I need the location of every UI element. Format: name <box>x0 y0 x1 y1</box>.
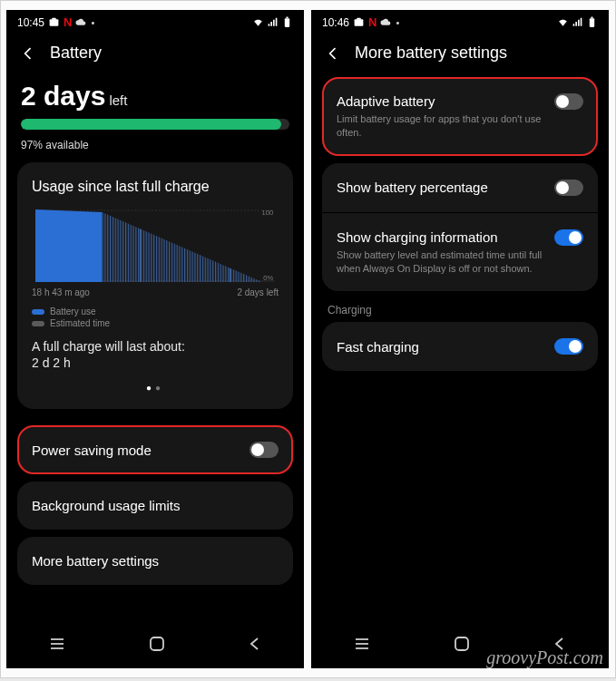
battery-usage-chart: 100 0% <box>35 209 275 282</box>
signal-icon <box>572 16 583 28</box>
svg-rect-15 <box>355 19 364 26</box>
recents-button[interactable] <box>48 637 66 654</box>
days-suffix: left <box>109 92 127 108</box>
chart-x-right: 2 days left <box>237 287 279 297</box>
status-time: 10:45 <box>17 16 44 29</box>
battery-available-text: 97% available <box>17 135 293 162</box>
svg-rect-14 <box>151 637 163 650</box>
svg-text:100: 100 <box>262 209 274 217</box>
svg-rect-16 <box>357 18 360 20</box>
back-button[interactable] <box>248 637 262 655</box>
show-battery-percentage-toggle[interactable] <box>554 180 583 196</box>
netflix-icon: N <box>368 15 376 29</box>
back-icon[interactable] <box>324 44 342 63</box>
power-saving-mode-label: Power saving mode <box>32 443 152 458</box>
home-button[interactable] <box>454 636 470 656</box>
usage-card-title: Usage since last full charge <box>32 179 279 195</box>
show-charging-info-row[interactable]: Show charging information Show battery l… <box>322 213 598 292</box>
page-title: More battery settings <box>355 44 507 63</box>
svg-rect-18 <box>591 17 592 19</box>
svg-marker-10 <box>103 212 262 282</box>
more-battery-settings-label: More battery settings <box>32 553 159 569</box>
card-pagination-dots[interactable]: ●● <box>32 383 279 393</box>
camera-icon <box>353 16 365 28</box>
svg-rect-3 <box>286 17 288 19</box>
show-charging-info-toggle[interactable] <box>554 229 583 246</box>
legend-battery-use: Battery use <box>50 306 96 316</box>
charging-section-label: Charging <box>322 298 598 322</box>
show-charging-info-sub: Show battery level and estimated time un… <box>337 248 545 276</box>
estimate-value: 2 d 2 h <box>32 355 279 370</box>
fast-charging-label: Fast charging <box>337 339 419 355</box>
more-icon: • <box>396 17 399 28</box>
svg-rect-0 <box>50 19 59 26</box>
android-nav-bar <box>311 621 609 668</box>
more-battery-settings-row[interactable]: More battery settings <box>17 537 293 585</box>
adaptive-battery-toggle[interactable] <box>554 93 583 110</box>
svg-rect-22 <box>455 637 468 650</box>
background-usage-limits-row[interactable]: Background usage limits <box>17 482 293 530</box>
legend-swatch-grey <box>32 321 44 326</box>
battery-icon <box>281 16 293 28</box>
camera-icon <box>48 16 60 28</box>
battery-days-remaining: 2 days left <box>17 72 293 112</box>
chart-x-labels: 18 h 43 m ago 2 days left <box>32 287 279 297</box>
status-bar: 10:45 N • <box>6 10 304 31</box>
adaptive-battery-row[interactable]: Adaptive battery Limit battery usage for… <box>322 77 598 156</box>
page-title: Battery <box>50 44 102 63</box>
signal-icon <box>267 16 279 28</box>
screenshots-container: 10:45 N • Battery 2 days left <box>0 0 616 678</box>
svg-marker-8 <box>35 209 103 282</box>
estimate-label: A full charge will last about: <box>32 339 279 354</box>
legend-swatch-blue <box>32 309 44 315</box>
phone-right: 10:46 N • More battery settings Adaptive… <box>311 10 609 668</box>
chart-x-left: 18 h 43 m ago <box>32 287 90 297</box>
adaptive-battery-label: Adaptive battery <box>337 93 545 109</box>
header: More battery settings <box>311 31 609 72</box>
back-button[interactable] <box>552 637 567 655</box>
legend-estimated-time: Estimated time <box>50 318 110 328</box>
days-value: 2 days <box>21 81 105 112</box>
cloud-icon <box>75 16 87 28</box>
svg-rect-2 <box>285 18 289 27</box>
show-battery-percentage-row[interactable]: Show battery percentage <box>322 163 598 213</box>
back-icon[interactable] <box>19 44 37 63</box>
status-time: 10:46 <box>322 16 349 29</box>
show-battery-percentage-label: Show battery percentage <box>337 180 488 195</box>
more-icon: • <box>91 17 94 28</box>
power-saving-mode-row[interactable]: Power saving mode <box>17 425 293 474</box>
battery-progress-fill <box>21 119 281 130</box>
phone-left: 10:45 N • Battery 2 days left <box>6 10 304 668</box>
chart-legend: Battery use Estimated time <box>32 306 279 328</box>
battery-icon <box>586 16 598 28</box>
show-charging-info-label: Show charging information <box>337 229 545 245</box>
svg-rect-17 <box>590 18 594 27</box>
wifi-icon <box>557 16 569 28</box>
netflix-icon: N <box>64 15 72 29</box>
svg-text:0%: 0% <box>263 274 273 282</box>
adaptive-battery-sub: Limit battery usage for apps that you do… <box>337 112 545 140</box>
wifi-icon <box>252 16 264 28</box>
status-bar: 10:46 N • <box>311 10 609 31</box>
fast-charging-row[interactable]: Fast charging <box>322 322 598 371</box>
usage-card[interactable]: Usage since last full charge 100 0% <box>17 162 293 409</box>
header: Battery <box>6 31 304 72</box>
android-nav-bar <box>6 621 304 668</box>
home-button[interactable] <box>149 636 165 656</box>
fast-charging-toggle[interactable] <box>554 338 583 355</box>
svg-rect-1 <box>52 18 55 20</box>
background-usage-limits-label: Background usage limits <box>32 498 180 513</box>
battery-progress-bar <box>21 119 289 130</box>
estimate-block: A full charge will last about: 2 d 2 h <box>32 339 279 370</box>
power-saving-toggle[interactable] <box>249 442 279 458</box>
recents-button[interactable] <box>353 637 371 654</box>
cloud-icon <box>380 16 392 28</box>
